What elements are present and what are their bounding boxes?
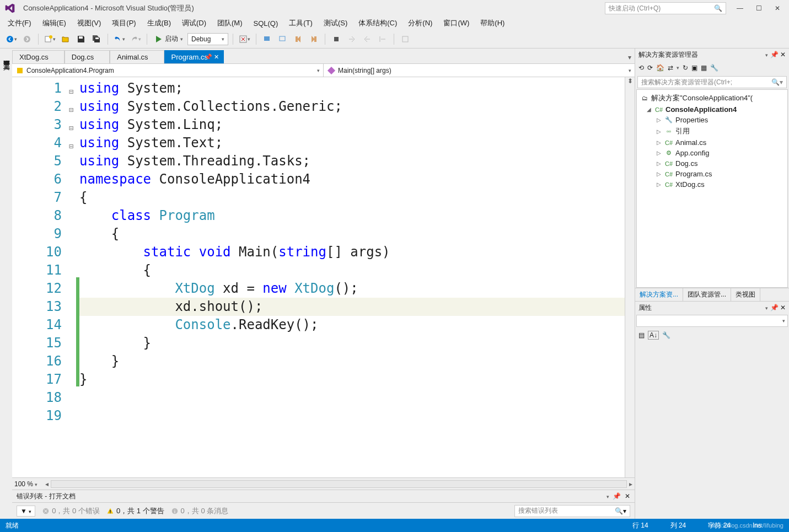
- title-bar: ConsoleApplication4 - Microsoft Visual S…: [0, 0, 789, 17]
- error-search-input[interactable]: 搜索错误列表 🔍▾: [514, 505, 630, 517]
- toolbar-next[interactable]: [292, 33, 305, 46]
- menu-分析N[interactable]: 分析(N): [402, 17, 438, 29]
- toolbar-misc-1[interactable]: ▾: [238, 33, 251, 46]
- dock-tab[interactable]: 服务器资源管理器: [1, 51, 12, 55]
- properties-icon[interactable]: 🔧: [710, 64, 718, 72]
- nav-forward-button[interactable]: [20, 33, 34, 46]
- svg-rect-5: [95, 37, 99, 39]
- horizontal-scrollbar[interactable]: [51, 480, 627, 488]
- close-icon[interactable]: ✕: [625, 492, 630, 500]
- tree-item[interactable]: ▷C#XtDog.cs: [637, 179, 787, 190]
- editor-scrollbar[interactable]: ⬍: [625, 77, 635, 477]
- watermark: https://blog.csdn.net/lifubing: [709, 522, 783, 529]
- wrench-icon[interactable]: 🔧: [662, 331, 670, 339]
- forward-icon[interactable]: ⟳: [647, 64, 653, 72]
- svg-text:i: i: [174, 508, 175, 514]
- tree-item[interactable]: ▷C#Animal.cs: [637, 137, 787, 148]
- editor-tab[interactable]: Program.cs📌 ✕: [164, 50, 224, 63]
- categorize-icon[interactable]: ▤: [638, 331, 645, 339]
- left-dock: 服务器资源管理器工具箱: [0, 49, 12, 519]
- maximize-button[interactable]: ☐: [749, 2, 768, 15]
- solution-root[interactable]: 🗂解决方案"ConsoleApplication4"(: [637, 92, 787, 104]
- messages-pill[interactable]: i0，共 0 条消息: [171, 506, 229, 516]
- menu-文件F[interactable]: 文件(F): [2, 17, 37, 29]
- toolbar-uncomment[interactable]: [276, 33, 289, 46]
- menu-体系结构C[interactable]: 体系结构(C): [353, 17, 402, 29]
- dock-tab[interactable]: 工具箱: [1, 56, 12, 61]
- close-icon[interactable]: ✕: [780, 304, 786, 311]
- menu-帮助H[interactable]: 帮助(H): [475, 17, 510, 29]
- open-file-button[interactable]: [59, 33, 72, 46]
- start-debug-button[interactable]: 启动 ▾: [152, 34, 185, 44]
- redo-button[interactable]: ▾: [128, 33, 142, 46]
- tree-item[interactable]: ▷🔧Properties: [637, 115, 787, 125]
- alpha-sort-icon[interactable]: A↓: [648, 331, 659, 340]
- quick-launch-input[interactable]: 快速启动 (Ctrl+Q) 🔍: [605, 2, 726, 14]
- new-project-button[interactable]: ▾: [43, 33, 57, 46]
- menu-编辑E[interactable]: 编辑(E): [37, 17, 72, 29]
- filter-button[interactable]: ▼ ▾: [17, 506, 35, 517]
- nav-class-combo[interactable]: ConsoleApplication4.Program ▾: [12, 64, 324, 77]
- menu-调试D[interactable]: 调试(D): [176, 17, 212, 29]
- home-icon[interactable]: 🏠: [656, 64, 664, 72]
- code-editor[interactable]: 12345678910111213141516171819 ⊟⊟⊟⊟ using…: [12, 77, 635, 477]
- right-tab[interactable]: 团队资源管...: [683, 288, 731, 301]
- pin-icon[interactable]: 📌: [770, 304, 779, 311]
- tab-dropdown-icon[interactable]: ▾: [625, 51, 635, 63]
- menu-SQLQ[interactable]: SQL(Q): [248, 18, 284, 29]
- split-icon[interactable]: ⬍: [625, 77, 635, 86]
- close-icon[interactable]: ✕: [780, 51, 786, 58]
- close-button[interactable]: ✕: [768, 2, 787, 15]
- tree-item[interactable]: ▷C#Dog.cs: [637, 158, 787, 169]
- save-all-button[interactable]: [90, 33, 103, 46]
- toolbar-comment[interactable]: [261, 33, 274, 46]
- refresh-icon[interactable]: ↻: [683, 64, 688, 72]
- menu-工具T[interactable]: 工具(T): [283, 17, 318, 29]
- menu-团队M[interactable]: 团队(M): [212, 17, 248, 29]
- editor-tab[interactable]: Dog.cs: [65, 50, 110, 63]
- toolbar-stop[interactable]: [330, 33, 343, 46]
- right-tab[interactable]: 解决方案资...: [635, 288, 683, 301]
- config-combo[interactable]: Debug▾: [187, 33, 228, 45]
- right-tab[interactable]: 类视图: [731, 288, 760, 301]
- code-content[interactable]: using System;using System.Collections.Ge…: [79, 77, 625, 477]
- solution-search-input[interactable]: 搜索解决方案资源管理器(Ctrl+; 🔍▾: [637, 76, 787, 88]
- show-all-icon[interactable]: ▦: [701, 64, 707, 72]
- sync-icon[interactable]: ⇄: [668, 64, 673, 72]
- pin-icon[interactable]: 📌: [770, 51, 779, 58]
- editor-tab[interactable]: Animal.cs: [110, 50, 164, 63]
- panel-menu-icon[interactable]: ▾: [765, 305, 768, 311]
- menu-项目P[interactable]: 项目(P): [106, 17, 141, 29]
- fold-column[interactable]: ⊟⊟⊟⊟: [66, 77, 76, 477]
- svg-rect-12: [328, 66, 335, 74]
- errors-pill[interactable]: 0，共 0 个错误: [42, 506, 100, 516]
- menu-生成B[interactable]: 生成(B): [142, 17, 176, 29]
- tree-item[interactable]: ▷⚙App.config: [637, 148, 787, 158]
- minimize-button[interactable]: —: [731, 2, 749, 15]
- menu-测试S[interactable]: 测试(S): [318, 17, 353, 29]
- error-list-panel: 错误列表 - 打开文档 ▾ 📌 ✕ ▼ ▾ 0，共 0 个错误 0，共 1 个警…: [12, 490, 635, 519]
- panel-menu-icon[interactable]: ▾: [606, 494, 609, 499]
- panel-menu-icon[interactable]: ▾: [765, 52, 768, 58]
- back-icon[interactable]: ⟲: [638, 64, 644, 72]
- svg-rect-4: [79, 36, 83, 39]
- save-button[interactable]: [74, 33, 88, 46]
- menu-窗口W[interactable]: 窗口(W): [438, 17, 475, 29]
- properties-object-combo[interactable]: ▾: [636, 315, 788, 327]
- project-node[interactable]: ◢C#ConsoleApplication4: [637, 104, 787, 115]
- menu-视图V[interactable]: 视图(V): [72, 17, 106, 29]
- warnings-pill[interactable]: 0，共 1 个警告: [106, 506, 164, 516]
- vs-logo-icon: [2, 3, 18, 14]
- toolbar-prev[interactable]: [307, 33, 320, 46]
- pin-icon[interactable]: 📌: [613, 492, 621, 500]
- nav-back-button[interactable]: ▾: [4, 33, 18, 46]
- zoom-combo[interactable]: 100 % ▾: [14, 480, 45, 488]
- properties-toolbar: ▤ A↓ 🔧: [635, 328, 789, 342]
- collapse-icon[interactable]: ▣: [691, 64, 697, 72]
- nav-member-combo[interactable]: Main(string[] args) ▾: [324, 64, 635, 77]
- tree-item[interactable]: ▷▫▫引用: [637, 125, 787, 137]
- undo-button[interactable]: ▾: [112, 33, 126, 46]
- solution-tree[interactable]: 🗂解决方案"ConsoleApplication4"(◢C#ConsoleApp…: [636, 89, 788, 288]
- editor-tab[interactable]: XtDog.cs: [12, 50, 65, 63]
- tree-item[interactable]: ▷C#Program.cs: [637, 169, 787, 179]
